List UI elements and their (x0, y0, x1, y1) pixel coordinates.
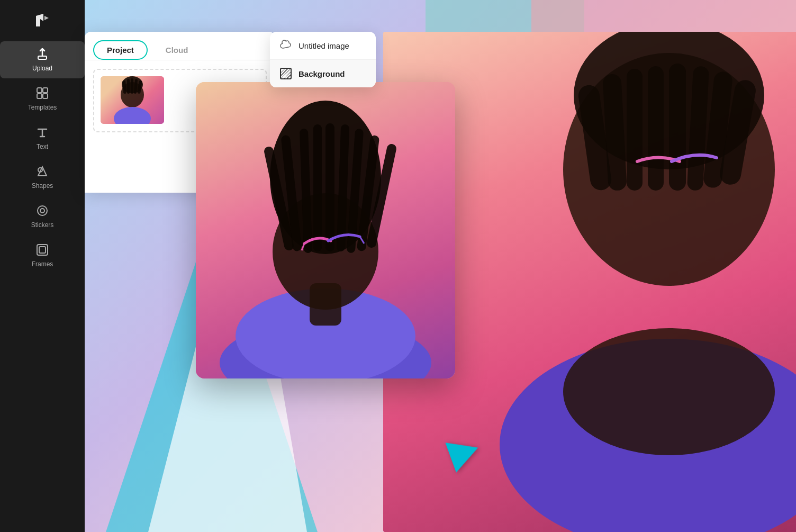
svg-point-20 (40, 209, 44, 213)
svg-rect-15 (37, 94, 42, 98)
svg-point-30 (114, 107, 151, 124)
svg-rect-12 (38, 56, 47, 59)
context-menu-untitled-label: Untitled image (298, 41, 349, 50)
sidebar-item-templates[interactable]: Templates (0, 80, 85, 118)
tab-cloud[interactable]: Cloud (152, 40, 202, 60)
svg-rect-27 (131, 78, 133, 94)
context-menu-item-background[interactable]: Background (270, 60, 376, 87)
context-menu: Untitled image Background (270, 32, 376, 87)
svg-rect-39 (313, 124, 322, 251)
app-logo (30, 8, 55, 34)
sidebar-item-text[interactable]: Text (0, 120, 85, 157)
upload-icon (36, 48, 49, 62)
svg-point-19 (38, 206, 47, 215)
sidebar-item-shapes[interactable]: Shapes (0, 159, 85, 196)
context-menu-item-untitled[interactable]: Untitled image (270, 32, 376, 60)
stickers-icon (36, 204, 49, 219)
upload-panel-tabs: Project Cloud (85, 32, 275, 60)
cloud-menu-icon (279, 39, 292, 52)
diagonal-menu-icon (279, 67, 292, 80)
sidebar: Upload Templates Text S (0, 0, 85, 532)
svg-rect-14 (43, 88, 48, 93)
context-menu-background-label: Background (298, 69, 345, 78)
frames-icon (36, 244, 49, 258)
sidebar-item-text-label: Text (37, 143, 48, 150)
tab-project[interactable]: Project (93, 40, 148, 60)
sidebar-item-shapes-label: Shapes (32, 182, 53, 190)
sidebar-item-stickers-label: Stickers (31, 221, 54, 229)
svg-rect-4 (627, 69, 643, 191)
sidebar-item-upload-label: Upload (32, 65, 52, 72)
sidebar-item-templates-label: Templates (28, 104, 57, 111)
svg-rect-16 (43, 94, 48, 98)
main-person-svg (196, 82, 455, 378)
photo-thumbnail[interactable] (101, 76, 164, 124)
templates-icon (36, 87, 49, 102)
thumbnail-person-svg (101, 76, 164, 124)
sidebar-item-frames[interactable]: Frames (0, 237, 85, 274)
shapes-icon (36, 165, 49, 180)
text-icon (36, 126, 49, 141)
svg-point-11 (563, 328, 775, 455)
svg-rect-22 (39, 247, 46, 253)
sidebar-item-stickers[interactable]: Stickers (0, 198, 85, 235)
svg-rect-26 (127, 79, 130, 94)
svg-rect-13 (37, 88, 42, 93)
sidebar-item-upload[interactable]: Upload (0, 41, 85, 78)
svg-rect-6 (669, 64, 686, 191)
svg-rect-40 (325, 123, 334, 251)
main-photo-card (196, 82, 455, 378)
sidebar-item-frames-label: Frames (32, 260, 53, 268)
svg-rect-5 (648, 66, 664, 191)
logo-icon (33, 12, 52, 31)
